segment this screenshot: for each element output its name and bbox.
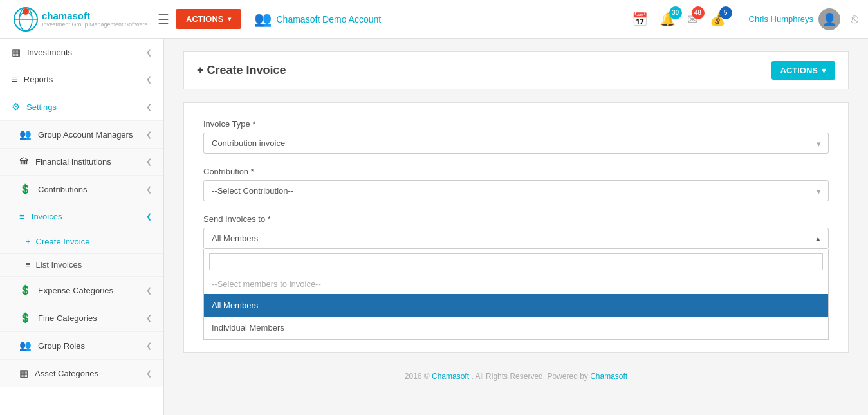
individual-members-label: Individual Members	[212, 323, 284, 333]
sidebar-item-contributions[interactable]: 💲 Contributions ❮	[0, 176, 163, 203]
dropdown-search-input[interactable]	[209, 253, 823, 270]
actions-arrow-icon: ▾	[228, 15, 231, 23]
sidebar-item-gr-label: Group Roles	[38, 341, 85, 351]
sidebar-item-contributions-label: Contributions	[38, 185, 88, 194]
sidebar-item-invoices[interactable]: ≡ Invoices ❮	[0, 203, 163, 230]
sidebar-sub-item-create-invoice[interactable]: + Create Invoice	[0, 230, 163, 254]
asset-categories-icon: ▦	[19, 367, 28, 379]
sidebar-item-financial-institutions[interactable]: 🏛 Financial Institutions ❮	[0, 149, 163, 176]
send-invoices-selected-value: All Members	[212, 234, 258, 243]
wallet-badge: 5	[719, 6, 732, 19]
ac-chevron-icon: ❮	[146, 369, 152, 378]
page-title: + Create Invoice	[197, 64, 286, 77]
list-invoices-label: List Invoices	[36, 260, 82, 270]
sidebar-item-asset-categories[interactable]: ▦ Asset Categories ❮	[0, 360, 163, 387]
contributions-icon: 💲	[19, 183, 32, 195]
invoice-type-select[interactable]: Contribution invoice Expense invoice Fin…	[203, 133, 829, 154]
page-title-text: + Create Invoice	[197, 64, 286, 77]
gr-chevron-icon: ❮	[146, 342, 152, 350]
sidebar-item-investments[interactable]: ▦ Investments ❮	[0, 39, 163, 66]
send-invoices-dropdown: All Members ▴ --Select members to invoic…	[203, 228, 829, 249]
dropdown-option-individual-members[interactable]: Individual Members	[204, 317, 828, 339]
invoice-type-group: Invoice Type * Contribution invoice Expe…	[203, 119, 829, 154]
topnav: chamasoft Investment Group Management So…	[0, 0, 868, 39]
list-invoices-icon: ≡	[26, 260, 31, 270]
footer-text: 2016 ©	[405, 372, 432, 381]
fi-chevron-icon: ❮	[146, 158, 152, 166]
invoice-type-label: Invoice Type *	[203, 119, 829, 129]
user-avatar[interactable]: 👤	[818, 8, 840, 30]
calendar-nav-item[interactable]: 📅	[632, 12, 648, 27]
logo-area: chamasoft Investment Group Management So…	[10, 6, 151, 32]
dropdown-option-all-members[interactable]: All Members	[204, 294, 828, 317]
fine-categories-icon: 💲	[19, 312, 32, 324]
svg-point-3	[23, 8, 29, 15]
sidebar-item-settings-label: Settings	[26, 102, 57, 112]
dropdown-hint: --Select members to invoice--	[204, 274, 828, 294]
create-invoice-label: Create Invoice	[36, 237, 90, 246]
sidebar-item-ac-label: Asset Categories	[35, 369, 98, 378]
brand-name: chamasoft Investment Group Management So…	[42, 10, 148, 28]
ec-chevron-icon: ❮	[146, 286, 152, 295]
sidebar-item-ec-label: Expense Categories	[38, 286, 113, 295]
financial-institutions-icon: 🏛	[19, 156, 29, 167]
send-invoices-label: Send Invoices to *	[203, 214, 829, 224]
footer-link-chamasoft[interactable]: Chamasoft	[432, 372, 469, 381]
logout-icon[interactable]: ⎋	[851, 12, 858, 26]
reports-icon: ≡	[12, 74, 17, 85]
send-invoices-dropdown-panel: --Select members to invoice-- All Member…	[203, 249, 829, 340]
group-account-managers-icon: 👥	[19, 129, 32, 140]
footer-text2: . All Rights Reserved. Powered by	[471, 372, 590, 381]
dropdown-search-area	[204, 249, 828, 274]
investments-icon: ▦	[12, 46, 21, 58]
reports-chevron-icon: ❮	[146, 75, 152, 84]
account-name: Chamasoft Demo Account	[277, 14, 382, 24]
actions-button[interactable]: ACTIONS ▾	[176, 9, 241, 29]
group-roles-icon: 👥	[19, 340, 32, 351]
logo-svg	[10, 6, 42, 32]
main-content: + Create Invoice ACTIONS ▾ Invoice Type …	[164, 39, 868, 415]
sidebar-item-reports[interactable]: ≡ Reports ❮	[0, 66, 163, 93]
page-header: + Create Invoice ACTIONS ▾	[183, 51, 849, 89]
messages-nav-item[interactable]: ✉ 48	[687, 12, 698, 27]
contribution-select[interactable]: --Select Contribution--	[203, 180, 829, 201]
nav-icons: 📅 🔔 30 ✉ 48 💰 5 Chris Humphreys 👤 ⎋	[632, 8, 858, 30]
account-group-icon: 👥	[254, 11, 272, 28]
page-actions-button[interactable]: ACTIONS ▾	[771, 61, 836, 80]
create-invoice-plus-icon: +	[26, 237, 31, 246]
page-actions-label: ACTIONS	[780, 66, 818, 75]
contribution-label-text: Contribution *	[203, 167, 254, 176]
send-invoices-group: Send Invoices to * All Members ▴ --Selec…	[203, 214, 829, 249]
contribution-label: Contribution *	[203, 167, 829, 176]
account-area: 👥 Chamasoft Demo Account	[254, 11, 382, 28]
sidebar-item-group-roles[interactable]: 👥 Group Roles ❮	[0, 332, 163, 360]
sidebar-item-reports-label: Reports	[24, 75, 53, 84]
send-invoices-label-text: Send Invoices to *	[203, 214, 271, 224]
hamburger-icon[interactable]: ☰	[158, 12, 169, 27]
sidebar-item-fine-categories[interactable]: 💲 Fine Categories ❮	[0, 304, 163, 332]
wallet-nav-item[interactable]: 💰 5	[710, 12, 726, 27]
sidebar-item-group-account-managers[interactable]: 👥 Group Account Managers ❮	[0, 121, 163, 149]
settings-icon: ⚙	[12, 101, 20, 113]
footer-link-powered[interactable]: Chamasoft	[590, 372, 627, 381]
contributions-chevron-icon: ❮	[146, 185, 152, 194]
invoice-type-select-wrapper: Contribution invoice Expense invoice Fin…	[203, 133, 829, 154]
create-invoice-form: Invoice Type * Contribution invoice Expe…	[183, 102, 849, 353]
sidebar-item-expense-categories[interactable]: 💲 Expense Categories ❮	[0, 277, 163, 304]
invoices-chevron-icon: ❮	[146, 212, 152, 221]
invoice-type-label-text: Invoice Type *	[203, 119, 255, 129]
sidebar-sub-item-list-invoices[interactable]: ≡ List Invoices	[0, 254, 163, 277]
invoices-icon: ≡	[19, 211, 25, 222]
contribution-select-wrapper: --Select Contribution--	[203, 180, 829, 201]
sidebar-item-fi-label: Financial Institutions	[35, 157, 111, 167]
expense-categories-icon: 💲	[19, 284, 32, 296]
avatar-icon: 👤	[822, 12, 836, 26]
contribution-group: Contribution * --Select Contribution--	[203, 167, 829, 201]
notifications-nav-item[interactable]: 🔔 30	[660, 12, 676, 27]
user-area: Chris Humphreys 👤 ⎋	[749, 8, 858, 30]
sidebar-item-investments-label: Investments	[27, 48, 72, 57]
send-invoices-dropdown-header[interactable]: All Members ▴	[203, 228, 829, 249]
settings-chevron-icon: ❮	[146, 103, 152, 111]
sidebar-item-settings[interactable]: ⚙ Settings ❮	[0, 93, 163, 121]
calendar-icon: 📅	[632, 12, 648, 27]
